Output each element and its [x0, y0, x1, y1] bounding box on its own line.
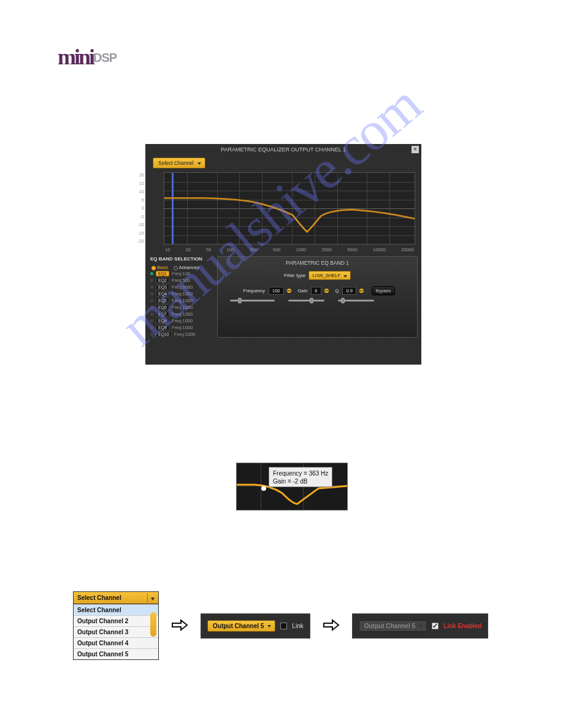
band-select-button[interactable]: EQ8	[156, 318, 169, 324]
band-freq-label: Freq:100	[172, 271, 190, 276]
band-led-icon	[150, 272, 153, 275]
channel-chip-linked: Output Channel 5 Link Enabled	[352, 613, 489, 639]
eq-band-row[interactable]: EQ9Freq:1000	[150, 324, 215, 331]
y-axis-ticks: 20151050-5-10-15-20	[132, 171, 144, 246]
q-spinner-icon[interactable]	[359, 289, 364, 293]
logo-mini: mini	[58, 45, 93, 69]
band-freq-label: Freq:1000	[172, 325, 193, 330]
eq-band-row[interactable]: EQ3Freq:5000	[150, 284, 215, 290]
band-section-label: EQ BAND SELECTION	[150, 256, 215, 262]
link-label: Link	[292, 623, 303, 629]
link-enabled-label: Link Enabled	[443, 623, 481, 629]
select-channel-dropdown[interactable]: Select Channel	[153, 157, 205, 169]
band-freq-label: Freq:1000	[172, 305, 193, 310]
filter-type-label: Filter type	[284, 273, 305, 278]
gain-slider[interactable]	[288, 300, 324, 301]
band-led-icon	[150, 333, 153, 336]
band-panel-title: PARAMETRIC EQ BAND 1	[223, 260, 412, 266]
band-freq-label: Freq:500	[172, 278, 190, 283]
tooltip-freq: Frequency = 363 Hz	[273, 469, 328, 477]
graph-tooltip-example: Frequency = 363 Hz Gain = -2 dB	[236, 463, 348, 510]
value-tooltip: Frequency = 363 Hz Gain = -2 dB	[269, 467, 332, 487]
brand-logo: miniDSP	[58, 44, 117, 70]
band-freq-label: Freq:5000	[172, 284, 193, 290]
eq-band-row[interactable]: EQ4Freq:1000	[150, 290, 215, 297]
logo-dsp: DSP	[93, 51, 117, 64]
radio-basic-icon[interactable]	[151, 266, 156, 270]
channel-chip-unlinked: Output Channel 5 Link	[201, 613, 310, 639]
select-channel-dropdown-open[interactable]: Select Channel Select Channel Output Cha…	[73, 591, 159, 660]
gain-label: Gain	[298, 288, 308, 294]
eq-curve	[164, 173, 415, 244]
eq-band-row[interactable]: EQ6Freq:1000	[150, 304, 215, 311]
dropdown-head-label: Select Channel	[77, 594, 121, 601]
eq-band-row[interactable]: EQ1Freq:100	[150, 270, 215, 277]
eq-band-row[interactable]: EQ2Freq:500	[150, 277, 215, 284]
channel-link-sequence: Select Channel Select Channel Output Cha…	[73, 591, 488, 660]
band-freq-label: Freq:1000	[172, 291, 193, 297]
window-title: PARAMETRIC EQUALIZER OUTPUT CHANNEL 1 ×	[145, 144, 421, 155]
arrow-right-icon	[321, 615, 341, 637]
band-led-icon	[150, 279, 153, 282]
parametric-eq-window: PARAMETRIC EQUALIZER OUTPUT CHANNEL 1 × …	[145, 144, 421, 365]
filter-type-dropdown[interactable]: LOW_SHELF	[308, 271, 351, 280]
band-select-button[interactable]: EQ2	[156, 278, 169, 283]
dropdown-option[interactable]: Output Channel 4	[74, 637, 158, 648]
frequency-label: Frequency	[243, 288, 265, 294]
frequency-spinner-icon[interactable]	[286, 289, 292, 293]
q-input[interactable]: 0.9	[342, 287, 356, 295]
q-slider[interactable]	[338, 300, 374, 301]
gain-input[interactable]: 6	[311, 287, 321, 295]
band-freq-label: Freq:1000	[172, 311, 193, 317]
dropdown-option[interactable]: Output Channel 5	[74, 648, 158, 659]
bypass-button[interactable]: Bypass	[372, 286, 396, 295]
selected-channel-button-disabled: Output Channel 5	[359, 620, 427, 632]
dropdown-option[interactable]: Select Channel	[74, 604, 158, 615]
q-label: Q	[335, 288, 339, 294]
selected-channel-button[interactable]: Output Channel 5	[207, 620, 275, 632]
band-select-button[interactable]: EQ3	[156, 284, 169, 290]
eq-band-row[interactable]: EQ8Freq:1000	[150, 317, 215, 324]
band-led-icon	[150, 319, 153, 322]
mode-toggle[interactable]: Basic Advanced	[151, 265, 199, 270]
band-freq-label: Freq:1000	[174, 332, 195, 337]
link-checkbox[interactable]	[280, 623, 287, 629]
band-select-button[interactable]: EQ7	[156, 311, 169, 317]
eq-band-panel: PARAMETRIC EQ BAND 1 Filter type LOW_SHE…	[217, 256, 418, 338]
band-led-icon	[150, 286, 153, 289]
band-led-icon	[150, 313, 153, 316]
eq-band-row[interactable]: EQ7Freq:1000	[150, 311, 215, 317]
x-axis-ticks: 1020501002005001000200050001000020000	[164, 247, 415, 252]
dropdown-option[interactable]: Output Channel 3	[74, 626, 158, 637]
arrow-right-icon	[170, 615, 190, 637]
band-led-icon	[150, 306, 153, 309]
window-title-text: PARAMETRIC EQUALIZER OUTPUT CHANNEL 1	[221, 146, 346, 153]
eq-band-row[interactable]: EQ10Freq:1000	[150, 331, 215, 338]
eq-response-graph[interactable]	[164, 172, 415, 245]
tooltip-gain: Gain = -2 dB	[273, 477, 328, 485]
link-checkbox-checked[interactable]	[432, 623, 439, 629]
band-select-button[interactable]: EQ10	[156, 332, 172, 337]
frequency-slider[interactable]	[230, 300, 275, 301]
band-led-icon	[150, 292, 153, 295]
band-freq-label: Freq:1000	[172, 318, 193, 324]
band-select-button[interactable]: EQ5	[156, 298, 169, 303]
frequency-input[interactable]: 100	[269, 287, 284, 295]
chevron-down-icon[interactable]	[147, 593, 157, 602]
eq-band-list: EQ BAND SELECTION Basic Advanced EQ1Freq…	[150, 256, 215, 338]
close-icon[interactable]: ×	[412, 146, 419, 153]
cursor-dot-icon	[261, 486, 266, 491]
band-select-button[interactable]: EQ1	[156, 271, 169, 276]
band-select-button[interactable]: EQ4	[156, 291, 169, 297]
band-select-button[interactable]: EQ6	[156, 305, 169, 310]
band-freq-label: Freq:1000	[172, 298, 193, 303]
gain-spinner-icon[interactable]	[324, 289, 329, 293]
dropdown-scrollbar[interactable]	[150, 606, 158, 659]
band-led-icon	[150, 299, 153, 302]
band-led-icon	[150, 326, 153, 329]
band-select-button[interactable]: EQ9	[156, 325, 169, 330]
eq-band-row[interactable]: EQ5Freq:1000	[150, 297, 215, 304]
radio-advanced-icon[interactable]	[174, 266, 178, 270]
dropdown-option[interactable]: Output Channel 2	[74, 615, 158, 626]
